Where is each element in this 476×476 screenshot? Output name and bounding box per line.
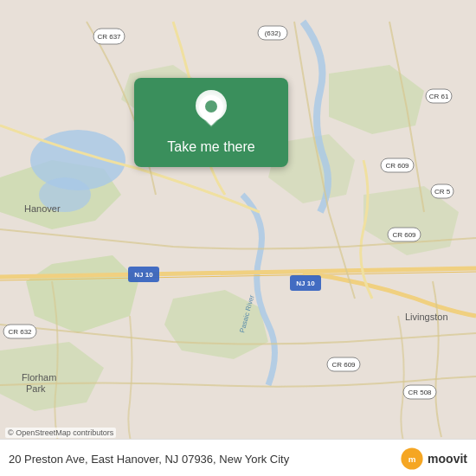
svg-text:NJ 10: NJ 10	[134, 271, 153, 279]
map-attribution: © OpenStreetMap contributors	[5, 428, 116, 438]
svg-text:(632): (632)	[265, 29, 281, 37]
map-svg: NJ 10 NJ 10 CR 637 (632) CR 609 CR 609 C…	[0, 0, 476, 476]
map-container: NJ 10 NJ 10 CR 637 (632) CR 609 CR 609 C…	[0, 0, 476, 476]
svg-text:CR 61: CR 61	[429, 93, 449, 100]
moovit-icon: m	[400, 447, 424, 471]
bottom-bar: 20 Preston Ave, East Hanover, NJ 07936, …	[0, 439, 476, 476]
svg-text:Livingston: Livingston	[405, 312, 448, 322]
take-me-there-label: Take me there	[167, 139, 254, 155]
address-text: 20 Preston Ave, East Hanover, NJ 07936, …	[9, 453, 400, 466]
svg-text:CR 5: CR 5	[434, 188, 451, 196]
location-icon	[194, 90, 228, 132]
svg-text:CR 609: CR 609	[385, 162, 409, 170]
moovit-logo: m moovit	[400, 447, 467, 471]
svg-marker-1	[26, 255, 138, 333]
svg-text:CR 632: CR 632	[8, 328, 32, 336]
moovit-text: moovit	[428, 452, 467, 466]
svg-text:Park: Park	[26, 383, 46, 394]
svg-text:Hanover: Hanover	[24, 203, 61, 214]
svg-text:CR 637: CR 637	[97, 33, 121, 41]
svg-text:NJ 10: NJ 10	[296, 280, 315, 287]
take-me-there-card[interactable]: Take me there	[134, 78, 288, 167]
svg-text:CR 609: CR 609	[392, 231, 416, 239]
svg-text:m: m	[408, 454, 416, 464]
svg-text:Florham: Florham	[22, 372, 56, 383]
svg-text:CR 508: CR 508	[408, 389, 432, 396]
svg-text:CR 609: CR 609	[331, 361, 356, 369]
